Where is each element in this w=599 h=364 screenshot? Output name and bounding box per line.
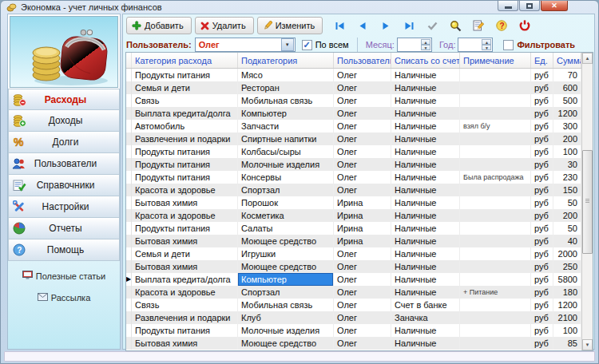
sidebar-item-references[interactable]: Справочники (8, 175, 120, 196)
table-cell[interactable]: Красота и здоровье (132, 184, 238, 196)
table-cell[interactable]: Наличные (391, 107, 460, 120)
table-row[interactable]: Бытовая химияПорошокИринаНаличныеруб50 (126, 196, 581, 209)
table-cell[interactable]: Наличные (391, 247, 460, 260)
table-cell[interactable]: Наличные (391, 286, 460, 299)
table-cell[interactable]: Колбасы/сыры (238, 145, 334, 158)
table-cell[interactable]: Наличные (391, 171, 460, 184)
table-cell[interactable]: Наличные (391, 196, 460, 209)
table-cell[interactable]: Спиртные напитки (238, 133, 334, 145)
user-combobox[interactable]: Олег ▼ (195, 38, 296, 52)
table-cell[interactable]: Олег (334, 324, 391, 337)
first-icon[interactable] (333, 19, 346, 32)
table-row[interactable]: Развлечения и подаркиКлубОлегЗаначкаруб2… (126, 311, 581, 324)
table-row[interactable]: Продукты питанияКонсервыОлегНаличныеБыла… (126, 171, 581, 184)
table-cell[interactable] (460, 81, 531, 94)
table-cell[interactable]: руб (531, 69, 553, 81)
table-row[interactable]: Продукты питанияМолочные изделияОлегНали… (126, 324, 581, 337)
table-cell[interactable]: Выплата кредита/долга (132, 107, 238, 120)
table-cell[interactable]: Наличные (391, 69, 460, 81)
table-row[interactable]: СвязьМобильная связьОлегСчет в банкеруб1… (126, 299, 581, 311)
table-cell[interactable]: Наличные (391, 273, 460, 286)
table-cell[interactable]: 200 (553, 133, 581, 145)
table-cell[interactable]: 150 (553, 184, 581, 196)
table-cell[interactable]: 5800 (553, 273, 581, 286)
column-header[interactable]: Ед. (531, 53, 553, 68)
table-cell[interactable] (460, 209, 531, 222)
table-cell[interactable]: Развлечения и подарки (132, 133, 238, 145)
table-cell[interactable]: 2100 (553, 311, 581, 324)
table-cell[interactable]: руб (531, 196, 553, 209)
column-header[interactable]: Подкатегория (238, 53, 334, 68)
column-header[interactable]: Категория расхода (132, 53, 238, 68)
table-cell[interactable]: Олег (334, 299, 391, 311)
minimize-button[interactable] (498, 1, 518, 11)
table-cell[interactable]: Бытовая химия (132, 260, 238, 273)
spin-up-icon[interactable]: ▲ (482, 39, 491, 45)
combobox-dropdown-icon[interactable]: ▼ (281, 38, 294, 51)
table-cell[interactable]: Наличные (391, 184, 460, 196)
table-row[interactable]: СвязьМобильная связьОлегНаличныеруб500 (126, 94, 581, 107)
table-cell[interactable]: Продукты питания (132, 324, 238, 337)
sidebar-item-reports[interactable]: Отчеты (8, 218, 120, 239)
table-cell[interactable]: Олег (334, 120, 391, 133)
table-cell[interactable]: Красота и здоровье (132, 286, 238, 299)
table-cell[interactable] (460, 247, 531, 260)
table-cell[interactable]: Связь (132, 94, 238, 107)
link-newsletter[interactable]: Рассылка (38, 293, 91, 303)
table-cell[interactable]: Олег (334, 145, 391, 158)
vertical-scrollbar[interactable]: ▲ ▼ (581, 53, 593, 350)
help-icon[interactable]: ? (495, 19, 508, 32)
table-cell[interactable]: Связь (132, 299, 238, 311)
table-cell[interactable]: Запчасти (238, 120, 334, 133)
table-cell[interactable]: руб (531, 247, 553, 260)
table-cell[interactable]: руб (531, 133, 553, 145)
table-cell[interactable]: Олег (334, 107, 391, 120)
maximize-button[interactable] (519, 1, 540, 11)
month-spinner[interactable]: ▲ ▼ (397, 38, 432, 52)
table-cell[interactable]: Наличные (391, 133, 460, 145)
table-cell[interactable]: руб (531, 337, 553, 350)
table-cell[interactable]: Наличные (391, 81, 460, 94)
table-cell[interactable]: 230 (553, 171, 581, 184)
table-row[interactable]: Красота и здоровьеСпортзалОлегНаличные+ … (126, 286, 581, 299)
table-cell[interactable]: руб (531, 171, 553, 184)
table-cell[interactable]: взял б/у (460, 120, 531, 133)
scroll-down-icon[interactable]: ▼ (582, 339, 593, 350)
table-cell[interactable]: Бытовая химия (132, 196, 238, 209)
sidebar-item-debts[interactable]: %Долги (8, 132, 120, 153)
scroll-up-icon[interactable]: ▲ (582, 53, 593, 64)
table-cell[interactable]: Олег (334, 337, 391, 350)
table-cell[interactable]: Красота и здоровье (132, 209, 238, 222)
table-cell[interactable]: руб (531, 81, 553, 94)
table-cell[interactable]: 2000 (553, 247, 581, 260)
table-cell[interactable]: Продукты питания (132, 222, 238, 235)
table-row[interactable]: Бытовая химияМоющее средствоОлегНаличные… (126, 260, 581, 273)
table-cell[interactable]: руб (531, 145, 553, 158)
table-cell[interactable]: Семья и дети (132, 247, 238, 260)
table-row[interactable]: ▶Выплата кредита/долгаКомпьютерОлегНалич… (126, 273, 581, 286)
table-cell[interactable] (460, 337, 531, 350)
table-cell[interactable]: Автомобиль (132, 120, 238, 133)
edit-record-icon[interactable] (472, 19, 485, 32)
table-cell[interactable]: 70 (553, 69, 581, 81)
table-cell[interactable]: 200 (553, 209, 581, 222)
table-row[interactable]: Бытовая химияМоющее средствоИринаНаличны… (126, 235, 581, 247)
by-all-checkbox[interactable]: ✓ (302, 40, 312, 50)
table-cell[interactable]: руб (531, 324, 553, 337)
filter-checkbox[interactable] (503, 40, 514, 50)
table-cell[interactable]: Компьютер (238, 273, 334, 286)
table-cell[interactable]: 100 (553, 145, 581, 158)
table-cell[interactable]: Продукты питания (132, 69, 238, 81)
table-cell[interactable]: Порошок (238, 196, 334, 209)
scrollbar-thumb[interactable] (582, 150, 593, 254)
link-useful-articles[interactable]: Полезные статьи (22, 271, 105, 281)
table-cell[interactable]: Олег (334, 286, 391, 299)
table-cell[interactable] (460, 69, 531, 81)
delete-button[interactable]: Удалить (195, 17, 254, 34)
table-cell[interactable]: Ирина (334, 209, 391, 222)
table-cell[interactable]: 1200 (553, 299, 581, 311)
table-cell[interactable] (460, 158, 531, 171)
table-cell[interactable]: руб (531, 260, 553, 273)
table-cell[interactable]: 1200 (553, 107, 581, 120)
table-cell[interactable] (460, 299, 531, 311)
